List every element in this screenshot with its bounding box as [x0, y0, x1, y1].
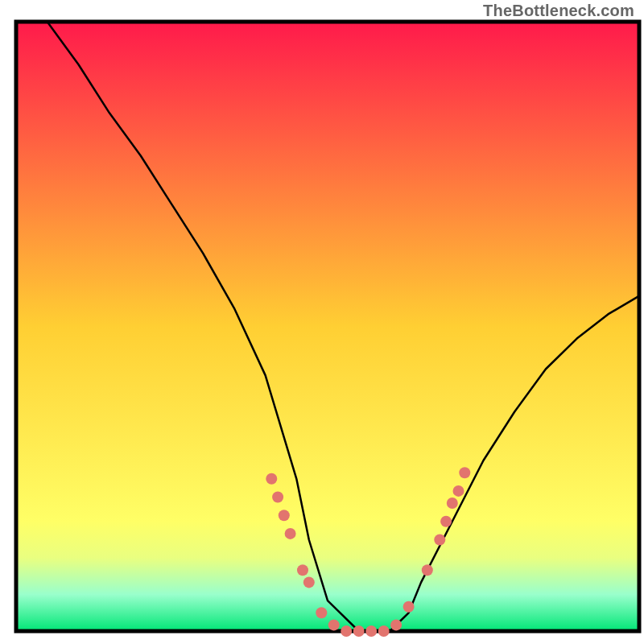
marker-dot	[440, 516, 452, 527]
marker-dot	[341, 625, 352, 637]
chart-container: TheBottleneck.com	[0, 0, 644, 644]
marker-dot	[434, 535, 445, 546]
marker-dot	[453, 485, 464, 497]
marker-dot	[403, 601, 415, 613]
marker-dot	[328, 619, 340, 630]
chart-svg	[0, 0, 644, 644]
marker-dot	[303, 576, 315, 588]
marker-dot	[266, 473, 277, 485]
marker-dot	[390, 619, 402, 630]
marker-dot	[272, 492, 283, 503]
marker-dot	[353, 625, 365, 637]
marker-dot	[316, 607, 327, 618]
marker-dot	[279, 510, 290, 521]
marker-dot	[297, 564, 308, 576]
marker-dot	[447, 497, 458, 509]
marker-dot	[365, 625, 377, 637]
marker-dot	[285, 528, 296, 539]
marker-dot	[422, 564, 433, 576]
marker-dot	[459, 467, 470, 478]
marker-dot	[378, 625, 390, 637]
